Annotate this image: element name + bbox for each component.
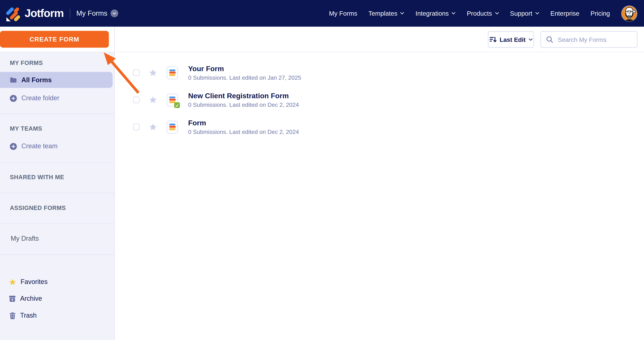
edit-pen-badge-icon <box>174 102 180 108</box>
create-form-button[interactable]: CREATE FORM <box>0 31 109 48</box>
nav-link[interactable]: Integrations <box>416 10 456 17</box>
list-toolbar: Last Edit <box>115 27 644 52</box>
form-row-text: Your Form 0 Submissions. Last edited on … <box>188 64 301 81</box>
chevron-down-icon <box>528 38 533 41</box>
workspace-label: My Forms <box>76 9 108 18</box>
sidebar-item-label: Create team <box>21 142 58 150</box>
sidebar-top-band: CREATE FORM <box>0 27 114 52</box>
plus-circle-icon <box>10 95 17 102</box>
form-row[interactable]: New Client Registration Form 0 Submissio… <box>115 86 644 113</box>
sidebar-item-label: All Forms <box>21 76 52 84</box>
form-meta: 0 Submissions. Last edited on Jan 27, 20… <box>188 74 301 81</box>
nav-link-label: Products <box>467 10 492 17</box>
sidebar-item-favorites[interactable]: Favorites <box>9 278 48 286</box>
sidebar-item-my-drafts[interactable]: My Drafts <box>11 235 39 242</box>
row-checkbox[interactable] <box>133 124 140 130</box>
sidebar-item-create-team[interactable]: Create team <box>10 142 58 150</box>
sidebar-item-label: Archive <box>20 295 42 302</box>
sidebar: CREATE FORM MY FORMS All Forms Create fo… <box>0 27 114 340</box>
sidebar-item-all-forms[interactable]: All Forms <box>0 72 112 88</box>
main-navigation: My Forms Templates Integrations <box>329 5 638 22</box>
sidebar-item-trash[interactable]: Trash <box>10 312 37 319</box>
form-row[interactable]: Form 0 Submissions. Last edited on Dec 2… <box>115 113 644 140</box>
search-icon <box>546 36 554 43</box>
sort-descending-icon <box>490 36 497 43</box>
navbar-divider <box>70 8 70 18</box>
sidebar-item-create-folder[interactable]: Create folder <box>10 94 59 102</box>
workspace-switcher[interactable]: My Forms <box>76 9 118 18</box>
form-thumbnail-icon <box>167 120 178 133</box>
chevron-down-icon <box>452 12 456 15</box>
assigned-forms-section-header[interactable]: ASSIGNED FORMS <box>10 205 66 211</box>
chevron-down-icon <box>495 12 499 15</box>
shared-with-me-section-header[interactable]: SHARED WITH ME <box>10 174 64 180</box>
chevron-down-icon <box>400 12 404 15</box>
sidebar-item-label: My Drafts <box>11 235 39 242</box>
search-box <box>540 31 638 48</box>
nav-link[interactable]: My Forms <box>329 10 357 17</box>
form-title[interactable]: Form <box>188 119 299 127</box>
nav-link[interactable]: Support <box>510 10 539 17</box>
nav-link-label: Integrations <box>416 10 449 17</box>
star-icon <box>9 278 16 285</box>
favorite-star-icon[interactable] <box>149 96 157 104</box>
nav-link-label: Templates <box>368 10 398 17</box>
jotform-my-forms-page: Jotform My Forms My Forms Templates <box>0 0 644 340</box>
sidebar-item-label: Create folder <box>21 94 59 102</box>
brand-wordmark: Jotform <box>25 7 64 20</box>
nav-link-label: My Forms <box>329 10 357 17</box>
sort-label: Last Edit <box>500 36 526 43</box>
archive-icon <box>9 296 16 302</box>
form-meta: 0 Submissions. Last edited on Dec 2, 202… <box>188 102 299 108</box>
sidebar-item-label: Trash <box>20 312 37 319</box>
row-checkbox[interactable] <box>133 70 140 76</box>
plus-circle-icon <box>10 143 17 150</box>
nav-link[interactable]: Products <box>467 10 499 17</box>
form-thumbnail-icon <box>167 94 178 106</box>
sidebar-divider <box>0 162 114 163</box>
sort-dropdown[interactable]: Last Edit <box>488 31 534 48</box>
my-forms-section-header: MY FORMS <box>10 60 43 66</box>
folder-icon <box>10 77 17 83</box>
form-row-text: New Client Registration Form 0 Submissio… <box>188 92 299 108</box>
sidebar-divider <box>0 113 114 114</box>
sidebar-item-label: Favorites <box>20 278 48 286</box>
chevron-down-icon <box>111 10 118 17</box>
nav-link[interactable]: Enterprise <box>550 10 580 17</box>
nav-link-label: Enterprise <box>550 10 580 17</box>
form-title[interactable]: Your Form <box>188 64 301 72</box>
form-meta: 0 Submissions. Last edited on Dec 2, 202… <box>188 128 299 135</box>
brand[interactable]: Jotform <box>5 6 64 21</box>
chevron-down-icon <box>535 12 540 15</box>
trash-icon <box>10 312 16 319</box>
top-navbar: Jotform My Forms My Forms Templates <box>0 0 644 27</box>
sidebar-divider <box>0 193 114 193</box>
form-thumbnail-icon <box>167 66 178 79</box>
sidebar-body: MY FORMS All Forms Create folder MY TEAM… <box>0 52 114 340</box>
sidebar-divider <box>0 224 114 224</box>
form-list: Your Form 0 Submissions. Last edited on … <box>115 52 644 140</box>
user-avatar[interactable] <box>621 5 638 22</box>
jotform-logo-icon <box>5 6 21 21</box>
nav-link-label: Pricing <box>590 10 610 17</box>
form-row-text: Form 0 Submissions. Last edited on Dec 2… <box>188 119 299 135</box>
nav-link-label: Support <box>510 10 532 17</box>
favorite-star-icon[interactable] <box>149 69 157 76</box>
sidebar-divider <box>0 254 114 255</box>
form-row[interactable]: Your Form 0 Submissions. Last edited on … <box>115 59 644 86</box>
main-content: Last Edit <box>115 27 644 340</box>
form-title[interactable]: New Client Registration Form <box>188 92 299 100</box>
search-input[interactable] <box>557 36 632 43</box>
nav-link[interactable]: Pricing <box>590 10 610 17</box>
sidebar-item-archive[interactable]: Archive <box>9 295 42 302</box>
my-teams-section-header: MY TEAMS <box>10 125 42 132</box>
nav-link[interactable]: Templates <box>368 10 404 17</box>
row-checkbox[interactable] <box>133 96 140 103</box>
favorite-star-icon[interactable] <box>149 123 157 131</box>
